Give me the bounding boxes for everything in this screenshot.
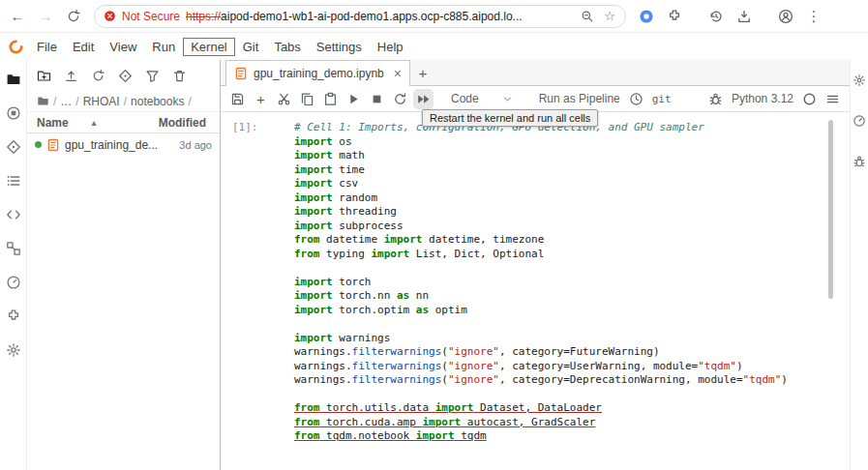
column-header-name[interactable]: Name ▴: [37, 116, 96, 130]
file-row[interactable]: gpu_training_de...3d ago: [27, 133, 220, 156]
right-sidebar-strip: [850, 60, 868, 470]
bookmark-star-icon[interactable]: ☆: [603, 10, 616, 23]
cell-type-value: Code: [451, 92, 479, 105]
code-line: import csv: [294, 177, 788, 191]
git-icon[interactable]: [6, 139, 21, 155]
breadcrumb-separator: /: [75, 95, 78, 108]
insert-cell-icon[interactable]: +: [254, 92, 268, 106]
breadcrumb-separator: /: [124, 95, 127, 108]
new-tab-button[interactable]: +: [410, 60, 435, 85]
toolbar-menu-icon[interactable]: [825, 92, 840, 106]
sort-caret-icon: ▴: [92, 118, 97, 128]
scrollbar-thumb[interactable]: [828, 120, 833, 299]
extensions-icon[interactable]: [6, 308, 21, 324]
pinned-extension-icon[interactable]: [639, 9, 654, 24]
name-header-label: Name: [37, 116, 69, 130]
breadcrumb-item[interactable]: …: [60, 95, 72, 108]
run-cell-icon[interactable]: [346, 92, 361, 106]
filter-icon[interactable]: [145, 69, 160, 83]
gpu-dashboard-icon[interactable]: [853, 114, 866, 128]
code-cell[interactable]: [1]: # Cell 1: Imports, configuration, G…: [221, 121, 850, 444]
kernel-name[interactable]: Python 3.12: [732, 92, 793, 105]
menu-tabs[interactable]: Tabs: [266, 38, 308, 56]
menu-file[interactable]: File: [29, 38, 65, 56]
zoom-icon[interactable]: [581, 10, 594, 23]
reload-icon[interactable]: [66, 9, 81, 24]
git-diff-button[interactable]: git: [652, 93, 672, 105]
code-line: import warnings: [294, 332, 788, 346]
menu-view[interactable]: View: [102, 38, 144, 56]
interrupt-kernel-icon[interactable]: [370, 92, 384, 106]
restart-kernel-icon[interactable]: [393, 92, 407, 106]
menu-settings[interactable]: Settings: [309, 38, 370, 56]
breadcrumb-home-icon[interactable]: [37, 95, 49, 107]
running-indicator: [35, 141, 42, 148]
save-icon[interactable]: [230, 92, 245, 106]
tab-notebook[interactable]: gpu_training_demo.ipynb ×: [225, 60, 410, 86]
notebook-content: [1]: # Cell 1: Imports, configuration, G…: [221, 112, 850, 470]
address-bar[interactable]: Not Secure https://aipod-demo1-wb1-ai-po…: [94, 5, 626, 28]
file-list-headers: Name ▴ Modified: [27, 111, 220, 133]
new-folder-icon[interactable]: [37, 69, 51, 83]
table-of-contents-icon[interactable]: [6, 173, 21, 189]
metrics-icon[interactable]: [6, 275, 21, 290]
menu-edit[interactable]: Edit: [65, 38, 102, 56]
settings-icon[interactable]: [6, 342, 21, 358]
breadcrumb-item[interactable]: notebooks: [131, 95, 184, 108]
paste-cells-icon[interactable]: [323, 92, 338, 106]
code-line: from typing import List, Dict, Optional: [294, 248, 788, 262]
code-line: import random: [294, 191, 788, 206]
history-icon[interactable]: [708, 9, 724, 24]
jupyter-menubar: FileEditViewRunKernelGitTabsSettingsHelp: [0, 33, 868, 60]
tab-close-icon[interactable]: ×: [394, 66, 402, 81]
file-browser-panel: /…/RHOAI/notebooks/ Name ▴ Modified gpu_…: [27, 60, 221, 470]
code-snippets-icon[interactable]: [6, 207, 21, 222]
file-browser-icon[interactable]: [6, 72, 21, 87]
chevron-down-icon: [502, 94, 513, 104]
notebook-scrollbar[interactable]: [828, 120, 833, 462]
menu-help[interactable]: Help: [370, 38, 411, 56]
code-line: import torch.nn as nn: [294, 289, 788, 304]
code-editor[interactable]: # Cell 1: Imports, configuration, GPU de…: [294, 121, 788, 444]
schedule-icon[interactable]: [629, 92, 644, 106]
back-icon[interactable]: ←: [10, 9, 25, 24]
forward-icon[interactable]: →: [38, 9, 53, 24]
breadcrumb-separator: /: [53, 95, 56, 108]
code-line: import torch: [294, 276, 788, 290]
menu-kernel[interactable]: Kernel: [183, 38, 235, 56]
downloads-icon[interactable]: [736, 9, 752, 24]
breadcrumb: /…/RHOAI/notebooks/: [27, 91, 220, 111]
breadcrumb-item[interactable]: RHOAI: [83, 95, 120, 108]
file-modified: 3d ago: [179, 139, 212, 151]
code-line: [294, 261, 788, 276]
upload-icon[interactable]: [64, 69, 78, 83]
kernel-status-icon[interactable]: [802, 92, 817, 106]
restart-run-all-icon[interactable]: [416, 92, 431, 106]
refresh-icon[interactable]: [91, 69, 105, 83]
browser-menu-icon[interactable]: ⋮: [806, 9, 822, 24]
cut-cells-icon[interactable]: [277, 92, 291, 106]
main-dock-panel: gpu_training_demo.ipynb × + + Code Run a…: [221, 60, 850, 470]
url-text: https://aipod-demo1-wb1-ai-pod-demo1.app…: [186, 10, 575, 23]
cell-type-dropdown[interactable]: Code: [451, 92, 513, 105]
debugger-icon[interactable]: [853, 155, 866, 168]
dock-tab-bar: gpu_training_demo.ipynb × +: [221, 60, 850, 86]
code-line: warnings.filterwarnings("ignore", catego…: [294, 360, 788, 374]
code-line: [294, 317, 788, 332]
copy-cells-icon[interactable]: [300, 92, 314, 106]
profile-avatar-icon[interactable]: [778, 9, 793, 24]
property-inspector-icon[interactable]: [853, 73, 866, 87]
git-clone-icon[interactable]: [118, 69, 133, 83]
column-header-modified[interactable]: Modified: [159, 116, 210, 130]
run-as-pipeline-button[interactable]: Run as Pipeline: [539, 92, 620, 105]
trash-icon[interactable]: [172, 69, 187, 83]
debugger-bug-icon[interactable]: [708, 92, 723, 106]
menu-run[interactable]: Run: [144, 38, 183, 56]
file-list: gpu_training_de...3d ago: [27, 133, 220, 156]
extensions-puzzle-icon[interactable]: [667, 9, 682, 24]
menu-git[interactable]: Git: [235, 38, 267, 56]
code-line: import time: [294, 163, 788, 178]
menu-items: FileEditViewRunKernelGitTabsSettingsHelp: [29, 38, 411, 56]
running-kernels-icon[interactable]: [6, 105, 21, 121]
pipelines-icon[interactable]: [6, 241, 21, 256]
